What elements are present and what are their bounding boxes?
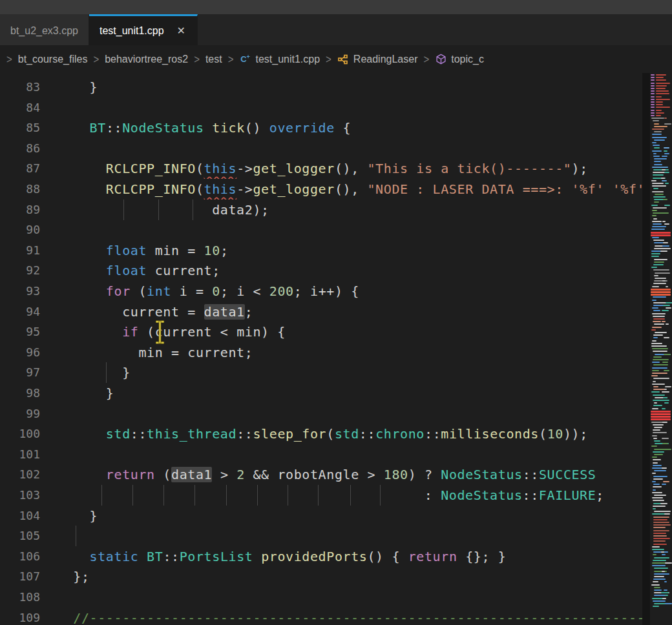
minimap-line	[651, 345, 667, 347]
line-number[interactable]: 108	[0, 587, 40, 608]
code-text[interactable]: min = current;	[57, 342, 672, 363]
code-text[interactable]: BT::NodeStatus tick() override {	[57, 118, 672, 138]
line-number[interactable]: 97	[0, 362, 40, 383]
minimap-line	[652, 481, 656, 482]
minimap-line	[651, 584, 660, 586]
line-number[interactable]: 104	[0, 506, 40, 526]
minimap-line	[665, 562, 672, 564]
code-text[interactable]: RCLCPP_INFO(this->get_logger(), "This is…	[57, 158, 672, 179]
minimap-line	[664, 150, 667, 152]
code-text[interactable]: return (data1 > 2 && robotAngle > 180) ?…	[57, 464, 672, 485]
breadcrumb-item-ReadingLaser[interactable]: ReadingLaser	[337, 54, 418, 65]
line-number[interactable]: 94	[0, 302, 40, 322]
code-text[interactable]	[57, 587, 672, 608]
minimap-line	[662, 321, 665, 322]
line-number[interactable]: 103	[0, 485, 40, 506]
code-text[interactable]: data2);	[57, 200, 672, 220]
code-text[interactable]: static BT::PortsList providedPorts() { r…	[57, 546, 672, 567]
line-number[interactable]: 105	[0, 526, 40, 546]
minimap-line	[656, 107, 670, 108]
minimap-line	[653, 188, 658, 189]
line-number[interactable]: 88	[0, 179, 40, 200]
minimap-line	[653, 429, 660, 431]
line-number[interactable]: 89	[0, 200, 40, 220]
minimap-line	[652, 373, 667, 374]
minimap-line	[652, 546, 659, 548]
line-number[interactable]: 92	[0, 260, 40, 281]
code-text[interactable]: if (current < min) {	[57, 322, 672, 342]
code-text[interactable]: current = data1;	[57, 302, 672, 322]
minimap-line	[651, 234, 671, 236]
code-text[interactable]: for (int i = 0; i < 200; i++) {	[57, 281, 672, 302]
line-number[interactable]: 102	[0, 464, 40, 485]
line-number[interactable]: 109	[0, 608, 40, 625]
minimap-line	[651, 99, 655, 100]
minimap-line	[654, 402, 658, 404]
line-number[interactable]: 100	[0, 424, 40, 444]
code-text[interactable]: //--------------------------------------…	[57, 608, 672, 625]
tab-close-icon[interactable]: ✕	[176, 25, 187, 37]
breadcrumb-chevron-icon: >	[93, 52, 99, 66]
line-number[interactable]: 106	[0, 546, 40, 567]
line-number[interactable]: 90	[0, 220, 40, 240]
line-number[interactable]: 83	[0, 77, 40, 97]
line-number[interactable]: 98	[0, 383, 40, 404]
minimap-line	[663, 305, 669, 306]
code-text[interactable]: RCLCPP_INFO(this->get_logger(), "NODE : …	[57, 179, 672, 200]
minimap-line	[654, 427, 662, 428]
code-text[interactable]	[57, 404, 672, 424]
line-number[interactable]: 93	[0, 281, 40, 302]
code-text[interactable]	[57, 138, 672, 159]
breadcrumb-item-bt_course_files[interactable]: bt_course_files	[18, 54, 88, 65]
minimap-line	[653, 424, 664, 425]
breadcrumb-item-test_unit1-cpp[interactable]: C+test_unit1.cpp	[239, 54, 320, 65]
minimap-line	[654, 589, 662, 591]
minimap-line	[654, 158, 666, 159]
line-number[interactable]: 86	[0, 138, 40, 159]
code-text[interactable]	[57, 97, 672, 118]
code-text[interactable]	[57, 220, 672, 240]
line-number[interactable]: 84	[0, 97, 40, 118]
line-number[interactable]: 107	[0, 566, 40, 587]
scrollbar-gutter[interactable]	[642, 73, 650, 625]
line-number[interactable]: 87	[0, 158, 40, 179]
code-text[interactable]: }	[57, 77, 672, 97]
breadcrumb-item-test[interactable]: test	[205, 54, 222, 65]
minimap-line	[663, 432, 667, 433]
minimap-line	[663, 397, 667, 398]
minimap-line	[653, 462, 658, 464]
minimap-line	[656, 115, 661, 116]
code-text[interactable]: : NodeStatus::FAILURE;	[57, 485, 672, 506]
code-line-99: 99	[0, 404, 672, 424]
tab-test_unit1-cpp[interactable]: test_unit1.cpp✕	[89, 14, 198, 45]
code-text[interactable]: }	[57, 506, 672, 526]
minimap-line	[652, 134, 662, 135]
code-text[interactable]: }	[57, 362, 672, 383]
minimap-line	[654, 440, 660, 442]
minimap-line	[651, 267, 657, 268]
minimap-line	[653, 145, 660, 146]
minimap-line	[653, 381, 656, 382]
tab-bt_u2_ex3-cpp[interactable]: bt_u2_ex3.cpp	[0, 14, 89, 45]
minimap-line	[653, 540, 666, 542]
line-number[interactable]: 96	[0, 342, 40, 363]
code-text[interactable]: }	[57, 383, 672, 404]
code-text[interactable]: float min = 10;	[57, 240, 672, 261]
code-text[interactable]	[57, 526, 672, 546]
minimap-line	[651, 77, 655, 78]
code-text[interactable]	[57, 444, 672, 465]
line-number[interactable]: 85	[0, 118, 40, 138]
breadcrumb-label: bt_course_files	[18, 54, 88, 65]
code-editor[interactable]: 82 ");83 }8485 BT::NodeStatus tick() ove…	[0, 73, 672, 625]
breadcrumb-item-behaviortree_ros2[interactable]: behaviortree_ros2	[105, 54, 188, 65]
minimap[interactable]	[650, 73, 672, 625]
line-number[interactable]: 95	[0, 322, 40, 342]
minimap-line	[654, 511, 666, 512]
code-text[interactable]: float current;	[57, 260, 672, 281]
code-text[interactable]: std::this_thread::sleep_for(std::chrono:…	[57, 424, 672, 444]
breadcrumb-item-topic_c[interactable]: topic_c	[435, 54, 484, 65]
line-number[interactable]: 99	[0, 404, 40, 424]
code-text[interactable]: };	[57, 566, 672, 587]
line-number[interactable]: 101	[0, 444, 40, 465]
line-number[interactable]: 91	[0, 240, 40, 261]
